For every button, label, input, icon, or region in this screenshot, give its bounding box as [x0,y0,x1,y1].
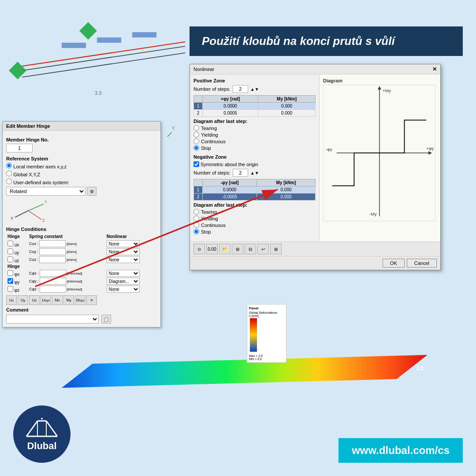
svg-line-0 [22,46,185,71]
ux-nonlinear-select[interactable]: None [107,240,140,247]
svg-text:Y: Y [45,200,47,204]
uz-checkbox[interactable] [7,257,13,262]
comment-input[interactable] [6,315,99,324]
positive-zone-title: Positive Zone [193,78,316,83]
nl-btn-7[interactable]: ⊞ [270,244,282,254]
website-url: www.dlubal.com/cs [352,444,450,456]
nl-btn-6[interactable]: ↩ [257,244,269,254]
negative-zone-table: -φy [rad] My [kNm] 1 0.0000 0.000 2 -0.0… [193,179,316,201]
ok-button[interactable]: OK [383,259,405,268]
svg-text:X: X [11,216,13,220]
comment-icon-btn[interactable]: 📋 [101,315,111,324]
svg-line-2 [22,42,185,66]
svg-text:-My: -My [369,212,377,216]
svg-text:Y: Y [172,126,175,131]
table-row: φz Cφz : [kNm/rad] None [6,285,157,293]
svg-text:-φy: -φy [326,147,332,152]
table-row: ux Cux : [kN/m] None [6,240,157,248]
svg-marker-22 [378,86,381,89]
beam-deformation-viz: 2.5 [40,350,436,399]
col-spring: Spring constant [28,233,105,240]
neg-row-2[interactable]: 2 -0.0005 0.000 [194,193,316,201]
nonlinear-dialog: Nonlinear ✕ Positive Zone Number of step… [190,64,441,270]
table-row: φx Cφx : [kNm/rad] None [6,269,157,277]
svg-line-35 [46,421,57,436]
axis-system-dropdown[interactable]: Rotated [6,187,86,196]
symmetric-checkbox[interactable] [193,161,199,167]
uy-nonlinear-select[interactable]: None [107,248,140,255]
svg-marker-6 [79,22,97,40]
col-nonlinear: Nonlinear [105,233,157,240]
toolbar-btn-5[interactable]: Mx [52,295,63,305]
toolbar-btn-6[interactable]: My [63,295,74,305]
negative-zone-section: Negative Zone Symmetric about the origin… [193,154,316,234]
nl-btn-4[interactable]: ⊞ [232,244,243,254]
phiy-checkbox[interactable] [7,278,13,284]
title-banner: Použití kloubů na konci prutů s vůlí [190,26,463,56]
neg-diagram-label: Diagram after last step: [193,202,316,208]
cux-input[interactable] [39,240,66,247]
member-hinge-dialog-title: Edit Member Hinge [3,122,160,131]
dlubal-logo-icon [24,416,60,439]
ref-system-local[interactable]: Local member axes x,y,z [6,163,157,170]
neg-steps-input[interactable] [233,169,248,177]
positive-zone-table: +φy [rad] My [kNm] 1 0.0000 0.000 2 0.00… [193,95,316,117]
positive-zone-section: Positive Zone Number of steps: ▲▼ +φy [r… [193,78,316,151]
symmetric-checkbox-row[interactable]: Symmetric about the origin [193,161,316,167]
col-hinge: Hinge [6,233,28,240]
ux-checkbox[interactable] [7,241,13,246]
comment-label: Comment [6,307,157,312]
toolbar-btn-2[interactable]: Uy [18,295,28,305]
page-title: Použití kloubů na konci prutů s vůlí [202,34,450,48]
diagram-title: Diagram [323,78,437,83]
nl-btn-1[interactable]: ⊙ [193,244,205,254]
url-banner: www.dlubal.com/cs [338,438,463,463]
ref-system-global[interactable]: Global X,Y,Z [6,171,157,178]
toolbar-btn-8[interactable]: ≡ [86,295,97,305]
svg-rect-5 [132,32,156,37]
neg-row-1[interactable]: 1 0.0000 0.000 [194,186,316,193]
svg-rect-4 [97,37,121,43]
cphiz-input[interactable] [40,286,66,293]
toolbar-btn-7[interactable]: Mxyz [75,295,86,305]
table-row: Hinge [6,264,157,269]
phiy-nonlinear-select[interactable]: Diagram...None [107,278,140,285]
cancel-button[interactable]: Cancel [407,259,437,268]
phix-nonlinear-select[interactable]: None [107,270,140,277]
nonlinear-dialog-header: Nonlinear ✕ [190,64,440,74]
uz-nonlinear-select[interactable]: None [107,256,140,263]
pos-steps-input[interactable] [233,85,248,93]
negative-zone-title: Negative Zone [193,154,316,160]
hinge-no-input[interactable] [6,144,33,152]
cphiy-input[interactable] [40,278,66,285]
nonlinear-bottom-bar: OK Cancel [190,256,440,270]
nl-btn-2[interactable]: 0.00 [206,244,218,254]
phix-checkbox[interactable] [7,270,13,276]
pos-row-1[interactable]: 1 0.0000 0.000 [194,103,316,110]
svg-line-34 [26,421,37,436]
nonlinear-close-btn[interactable]: ✕ [432,66,437,72]
pos-row-2[interactable]: 2 0.0005 0.000 [194,110,316,117]
edit-member-hinge-dialog: Edit Member Hinge Member Hinge No. Refer… [2,121,161,327]
cphix-input[interactable] [40,270,66,277]
hinge-toolbar: Ux Uy Uz Uxyz Mx My Mxyz ≡ [6,295,157,305]
svg-text:Z: Z [42,218,45,222]
toolbar-btn-4[interactable]: Uxyz [41,295,51,305]
ref-system-user[interactable]: User-defined axis system: [6,178,157,186]
toolbar-btn-3[interactable]: Uz [29,295,40,305]
cuz-input[interactable] [39,256,66,263]
nonlinear-dialog-title: Nonlinear [193,67,214,72]
nonlinear-toolbar: ⊙ 0.00 📂 ⊞ ⊟ ↩ ⊞ [190,242,440,256]
axis-system-settings-btn[interactable]: ⚙ [87,187,97,196]
cuy-input[interactable] [39,248,66,255]
nl-btn-5[interactable]: ⊟ [245,244,256,254]
toolbar-btn-1[interactable]: Ux [6,295,17,305]
phiz-nonlinear-select[interactable]: None [107,286,140,293]
uy-checkbox[interactable] [7,249,13,254]
local-axes-diagram: Y Z X [6,197,50,222]
table-row: φy Cφy : [kNm/rad] Diagram...None [6,277,157,285]
phiz-checkbox[interactable] [7,286,13,292]
brand-name: Dlubal [27,440,56,452]
nl-btn-3[interactable]: 📂 [219,244,231,254]
table-row: uz Cuz : [kN/m] None [6,256,157,264]
